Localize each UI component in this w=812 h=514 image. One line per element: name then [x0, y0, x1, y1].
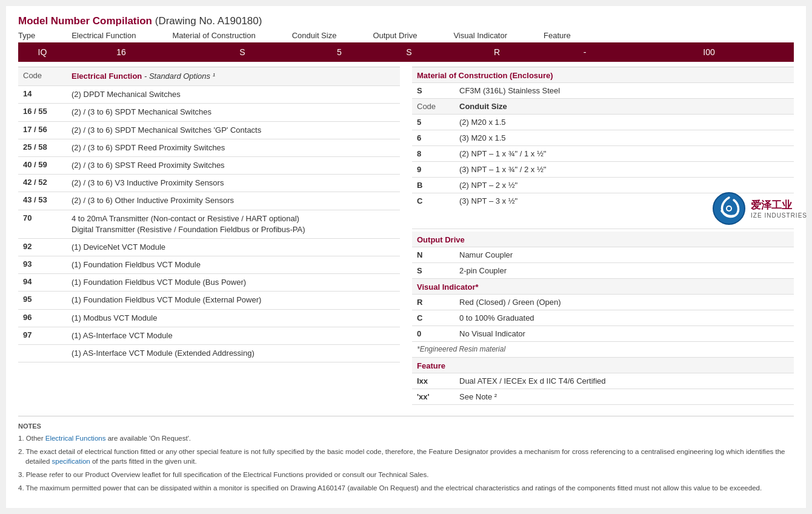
row-code: B — [417, 181, 459, 190]
row-code: R — [417, 298, 459, 307]
moc-section-title: Material of Construction (Enclosure) — [412, 67, 794, 83]
table-row: 9 (3) NPT – 1 x ¾" / 2 x ½" — [412, 162, 794, 178]
row-desc: Red (Closed) / Green (Open) — [459, 298, 789, 307]
row-desc: Dual ATEX / IECEx Ex d IIC T4/6 Certifie… — [459, 376, 789, 386]
row-desc: (2) NPT – 1 x ¾" / 1 x ½" — [459, 149, 789, 158]
row-desc: (1) Foundation Fieldbus VCT Module — [72, 259, 395, 270]
row-desc: (3) M20 x 1.5 — [459, 133, 789, 142]
table-row: R Red (Closed) / Green (Open) — [412, 295, 794, 310]
row-desc: CF3M (316L) Stainless Steel — [459, 86, 789, 95]
row-desc: (2) / (3 to 6) SPDT Mechanical Switches … — [72, 125, 395, 136]
col-vi: Visual Indicator — [453, 31, 507, 40]
vi-footnote: *Engineered Resin material — [412, 342, 794, 358]
header-title: Model Number Compilation (Drawing No. A1… — [18, 15, 794, 27]
feat-section-title: Feature — [412, 358, 794, 373]
model-moc: S — [176, 47, 309, 57]
row-code: 5 — [417, 118, 459, 127]
note-1-link: Electrical Functions — [45, 435, 106, 442]
svg-point-2 — [727, 207, 731, 210]
col-ef: Electrical Function — [72, 31, 136, 40]
ef-section-title: Electrical Function — [72, 72, 142, 81]
row-code: 70 — [23, 213, 72, 222]
table-row: Ixx Dual ATEX / IECEx Ex d IIC T4/6 Cert… — [412, 373, 794, 389]
table-row: 40 / 59 (2) / (3 to 6) SPST Reed Proximi… — [18, 157, 400, 175]
row-desc: 2-pin Coupler — [459, 266, 789, 275]
row-code: 93 — [23, 259, 72, 269]
note-3: 3. Please refer to our Product Overview … — [18, 470, 794, 480]
table-row: 14 (2) DPDT Mechanical Switches — [18, 86, 400, 104]
note-1: 1. Other Electrical Functions are availa… — [18, 433, 794, 444]
row-desc: (1) Modbus VCT Module — [72, 313, 395, 324]
cs-section-header: Code Conduit Size — [412, 99, 794, 115]
row-desc: (2) / (3 to 6) V3 Inductive Proximity Se… — [72, 178, 395, 189]
model-number-row: IQ 16 S 5 S R - I00 — [18, 42, 794, 62]
title-bold: Model Number Compilation — [18, 15, 152, 27]
row-desc: 0 to 100% Graduated — [459, 313, 789, 322]
page: Model Number Compilation (Drawing No. A1… — [6, 6, 806, 508]
model-dash: - — [545, 47, 624, 57]
row-desc: (1) Foundation Fieldbus VCT Module (Bus … — [72, 277, 395, 288]
ef-section-subtitle: - Standard Options ¹ — [144, 72, 215, 81]
table-row: 95 (1) Foundation Fieldbus VCT Module (E… — [18, 292, 400, 309]
row-code: N — [417, 250, 459, 259]
cs-code-header: Code — [417, 102, 459, 111]
table-row: 8 (2) NPT – 1 x ¾" / 1 x ½" — [412, 146, 794, 162]
row-code: 'xx' — [417, 392, 459, 401]
table-row: 93 (1) Foundation Fieldbus VCT Module — [18, 256, 400, 274]
row-code: Ixx — [417, 376, 459, 386]
row-desc: (2) / (3 to 6) SPST Reed Proximity Switc… — [72, 160, 395, 171]
table-row: 25 / 58 (2) / (3 to 6) SPDT Reed Proximi… — [18, 139, 400, 157]
model-vi: R — [448, 47, 545, 57]
table-row: 16 / 55 (2) / (3 to 6) SPDT Mechanical S… — [18, 104, 400, 121]
model-od: S — [370, 47, 448, 57]
col-cs: Conduit Size — [292, 31, 337, 40]
col-type: Type — [18, 31, 35, 40]
left-desc-header: Electrical Function - Standard Options ¹ — [72, 71, 395, 82]
row-code: 94 — [23, 277, 72, 286]
ize-english: IZE INDUSTRIES — [751, 212, 807, 219]
main-content: Code Electrical Function - Standard Opti… — [18, 67, 794, 405]
row-code: S — [417, 86, 459, 95]
note-4: 4. The maximum permitted power that can … — [18, 483, 794, 493]
row-code: 0 — [417, 329, 459, 338]
table-row: C (3) NPT – 3 x ½" 爱泽工业 — [412, 193, 794, 229]
row-desc: Namur Coupler — [459, 250, 789, 259]
ize-logo-area: 爱泽工业 IZE INDUSTRIES — [712, 192, 807, 225]
table-row: 'xx' See Note ² — [412, 389, 794, 405]
row-code: 17 / 56 — [23, 125, 72, 134]
od-section-title: Output Drive — [412, 232, 794, 247]
row-desc: (1) Foundation Fieldbus VCT Module (Exte… — [72, 295, 395, 305]
row-code: 42 / 52 — [23, 178, 72, 187]
row-desc: (2) / (3 to 6) SPDT Reed Proximity Switc… — [72, 142, 395, 153]
cs-section-title: Conduit Size — [459, 102, 789, 111]
table-row: 97 (1) AS-Interface VCT Module — [18, 327, 400, 345]
note-2: 2. The exact detail of electrical functi… — [18, 447, 794, 467]
row-code: 43 / 53 — [23, 195, 72, 204]
row-code: 40 / 59 — [23, 160, 72, 169]
row-desc: (1) AS-Interface VCT Module (Extended Ad… — [72, 348, 395, 359]
table-row: (1) AS-Interface VCT Module (Extended Ad… — [18, 345, 400, 362]
row-desc: See Note ² — [459, 392, 789, 401]
col-od: Output Drive — [373, 31, 417, 40]
left-code-header: Code — [23, 71, 72, 82]
row-desc: (1) AS-Interface VCT Module — [72, 330, 395, 341]
ize-circle-icon — [712, 192, 746, 225]
title-rest: (Drawing No. A190180) — [155, 15, 262, 27]
row-desc: No Visual Indicator — [459, 329, 789, 338]
table-row: 42 / 52 (2) / (3 to 6) V3 Inductive Prox… — [18, 175, 400, 192]
row-code: C — [417, 196, 459, 205]
table-row: 92 (1) DeviceNet VCT Module — [18, 239, 400, 256]
table-row: N Namur Coupler — [412, 247, 794, 263]
table-row: 6 (3) M20 x 1.5 — [412, 130, 794, 146]
table-row: 17 / 56 (2) / (3 to 6) SPDT Mechanical S… — [18, 122, 400, 139]
table-row: 0 No Visual Indicator — [412, 326, 794, 342]
row-desc: (3) NPT – 1 x ¾" / 2 x ½" — [459, 165, 789, 174]
table-row: 43 / 53 (2) / (3 to 6) Other Inductive P… — [18, 192, 400, 210]
notes-title: NOTES — [18, 422, 794, 430]
table-row: S CF3M (316L) Stainless Steel — [412, 83, 794, 99]
row-code: 95 — [23, 295, 72, 304]
row-code: 8 — [417, 149, 459, 158]
row-code: 97 — [23, 330, 72, 339]
row-code: 9 — [417, 165, 459, 174]
row-code: C — [417, 313, 459, 322]
